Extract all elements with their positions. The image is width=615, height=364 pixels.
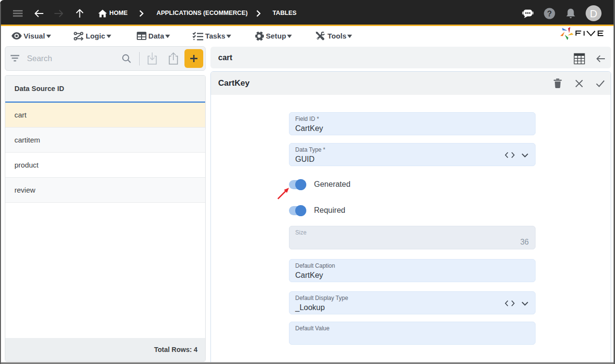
svg-text:D: D (590, 8, 598, 20)
svg-text:?: ? (547, 9, 552, 17)
